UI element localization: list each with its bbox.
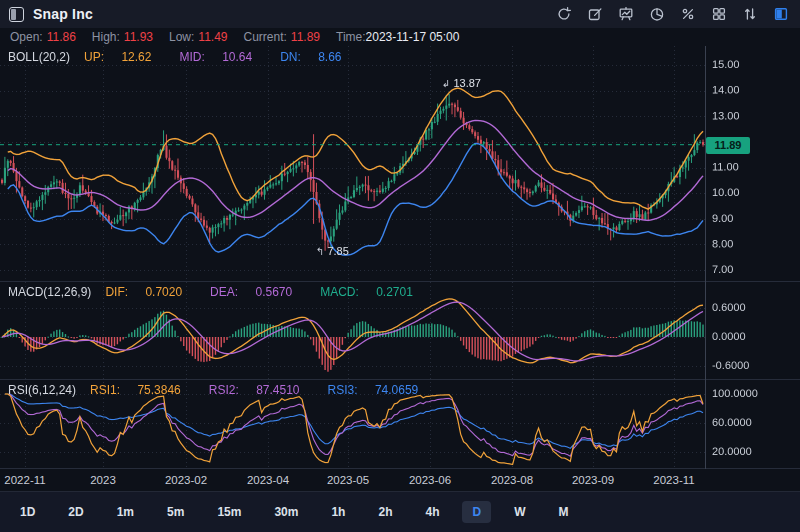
low-label: Low: [169, 30, 194, 44]
x-axis-label: 2023 [90, 474, 116, 486]
high-quote: High:11.93 [92, 30, 153, 44]
low-quote: Low:11.49 [169, 30, 228, 44]
interval-button-5m[interactable]: 5m [157, 501, 194, 523]
interval-button-30m[interactable]: 30m [264, 501, 308, 523]
open-quote: Open:11.86 [10, 30, 76, 44]
x-axis-label: 2023-04 [247, 474, 289, 486]
toolbar-icons [555, 5, 790, 23]
interval-button-4h[interactable]: 4h [415, 501, 449, 523]
current-price-tag: 11.89 [706, 137, 750, 154]
high-value: 11.93 [124, 30, 153, 44]
x-axis-label: 2023-11 [653, 474, 694, 486]
interval-button-15m[interactable]: 15m [207, 501, 251, 523]
x-axis-label: 2023-08 [491, 474, 533, 486]
refresh-icon[interactable] [555, 5, 573, 23]
sort-icon[interactable] [741, 5, 759, 23]
time-value: 2023-11-17 05:00 [366, 30, 460, 44]
grid-layout-icon[interactable] [710, 5, 728, 23]
app-logo [9, 7, 24, 22]
low-value: 11.49 [198, 30, 227, 44]
interval-button-d[interactable]: D [462, 501, 491, 523]
chart-canvas[interactable] [0, 46, 800, 470]
title-bar: Snap Inc [0, 0, 800, 28]
interval-button-2d[interactable]: 2D [58, 501, 93, 523]
interval-button-1m[interactable]: 1m [107, 501, 144, 523]
current-quote: Current:11.89 [244, 30, 321, 44]
draw-icon[interactable] [586, 5, 604, 23]
x-axis-label: 2023-09 [572, 474, 614, 486]
panel-toggle-icon[interactable] [772, 5, 790, 23]
interval-toolbar: 1D2D1m5m15m30m1h2h4hDWM [0, 491, 800, 532]
current-value: 11.89 [291, 30, 320, 44]
open-label: Open: [10, 30, 43, 44]
x-axis-label: 2023-05 [327, 474, 369, 486]
open-value: 11.86 [47, 30, 76, 44]
trading-app: Snap Inc Open:11.86 High:11.93 Low:11.49… [0, 0, 800, 532]
chart-board-icon[interactable] [617, 5, 635, 23]
x-axis-label: 2023-02 [165, 474, 207, 486]
interval-button-1d[interactable]: 1D [10, 501, 45, 523]
x-axis-label: 2022-11 [4, 474, 45, 486]
x-axis: 2022-1120232023-022023-042023-052023-062… [0, 470, 800, 491]
time-quote: Time:2023-11-17 05:00 [336, 30, 459, 44]
interval-button-w[interactable]: W [504, 501, 535, 523]
x-axis-label: 2023-06 [409, 474, 451, 486]
pie-chart-icon[interactable] [648, 5, 666, 23]
interval-button-m[interactable]: M [548, 501, 578, 523]
chart-area: BOLL(20,2) UP: 12.62 MID: 10.64 DN: 8.66… [0, 46, 800, 470]
percent-icon[interactable] [679, 5, 697, 23]
interval-button-2h[interactable]: 2h [368, 501, 402, 523]
interval-button-1h[interactable]: 1h [321, 501, 355, 523]
quote-row: Open:11.86 High:11.93 Low:11.49 Current:… [0, 28, 800, 46]
high-label: High: [92, 30, 120, 44]
current-label: Current: [244, 30, 287, 44]
time-label: Time: [336, 30, 366, 44]
symbol-title: Snap Inc [33, 6, 93, 22]
